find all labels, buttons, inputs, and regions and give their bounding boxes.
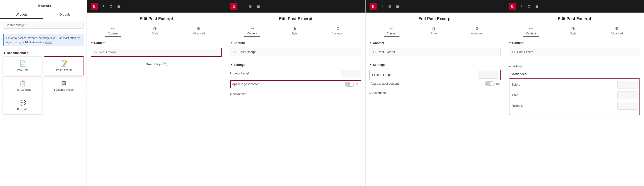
post-excerpt-box-3[interactable]: ✂ Post Excerpt [370,48,501,56]
panel4-content-section[interactable]: Content [509,41,640,45]
post-excerpt-label: Post Excerpt [56,68,72,71]
panel1-tab-content[interactable]: ✏ Content [105,25,121,37]
before-row-4: Before [511,81,637,88]
panel4-content: Edit Post Excerpt ✏ Content ◑ Style ⚙ Ad… [505,13,644,186]
toolbar-plus-icon-4[interactable]: + [520,4,523,9]
excerpt-length-input-2[interactable] [341,70,361,77]
advanced-tab-icon-1: ⚙ [197,26,200,31]
before-label-4: Before [511,83,617,86]
elementor-logo-4: E [509,3,516,10]
panel2-content-section[interactable]: Content [230,41,361,45]
widget-post-info[interactable]: 💬 Post Info [3,96,43,115]
need-help-label-1: Need Help [146,62,161,66]
post-excerpt-box-1[interactable]: ✂ Post Excerpt [91,48,222,57]
excerpt-length-row-3: Excerpt Length [370,70,501,80]
panel2-tab-style[interactable]: ◑ Style [288,25,300,37]
search-input[interactable] [3,22,84,29]
toolbar-layers-icon-1[interactable]: ◼ [117,4,120,9]
settings-section-2: Settings Excerpt Length Apply to post co… [230,60,361,88]
panel2-tab-advanced[interactable]: ⚙ Advanced [329,25,347,37]
advanced-highlighted-4: Before After Fallback [509,78,640,115]
advanced-section-4: Advanced Before After Fallback [509,70,640,115]
panel1-tabs: ✏ Content ◑ Style ⚙ Advanced [91,25,222,37]
toolbar-plus-icon-3[interactable]: + [381,4,383,9]
toolbar-plus-icon-2[interactable]: + [242,4,244,9]
apply-post-toggle-3[interactable] [485,81,495,86]
widget-featured-image[interactable]: 🖼 Featured Image [44,76,84,95]
tab-widgets[interactable]: Widgets [0,11,43,19]
widgets-grid: 📄 Post Title 📝 Post Excerpt 📋 Post Conte… [0,56,87,115]
panel1-content-section[interactable]: Content [91,41,222,45]
style-tab-label-1: Style [152,32,158,35]
editor-panels: E + ⚙ ◼ Edit Post Excerpt ✏ Content ◑ St… [87,0,644,186]
panel3-content: Edit Post Excerpt ✏ Content ◑ Style ⚙ Ad… [366,13,505,186]
fallback-row-4: Fallback [511,102,637,110]
advanced-tab-label-3: Advanced [471,32,484,35]
before-input-4[interactable] [617,81,637,88]
content-tab-icon-1: ✏ [111,26,114,31]
post-excerpt-box-2[interactable]: ✂ Post Excerpt [230,48,361,56]
excerpt-length-input-3[interactable] [478,71,498,79]
excerpt-length-row-2: Excerpt Length [230,70,361,77]
elements-search-wrapper [0,19,87,31]
post-excerpt-box-icon-4: ✂ [512,50,515,54]
toolbar-settings-icon-3[interactable]: ⚙ [388,4,391,9]
widget-post-title[interactable]: 📄 Post Title [3,56,43,75]
panel4-tab-advanced[interactable]: ⚙ Advanced [608,25,626,37]
toolbar-plus-icon-1[interactable]: + [102,4,105,9]
advanced-tab-icon-4: ⚙ [615,26,618,31]
panel2-tab-content[interactable]: ✏ Content [244,25,260,37]
toolbar-settings-icon-4[interactable]: ⚙ [527,4,531,9]
need-help-1[interactable]: Need Help ? [91,62,222,66]
advanced-tab-icon-3: ⚙ [475,26,479,31]
settings-collapsible-4[interactable]: Settings [509,63,640,70]
widget-post-content[interactable]: 📋 Post Content [3,76,43,95]
post-title-label: Post Title [17,68,28,71]
panel3-tab-advanced[interactable]: ⚙ Advanced [468,25,487,37]
panel1-tab-style[interactable]: ◑ Style [149,25,161,37]
elements-tabs: Widgets Globals [0,11,87,19]
panel4-tab-style[interactable]: ◑ Style [567,25,579,37]
settings-heading-2[interactable]: Settings [230,63,361,67]
panel3-tabs: ✏ Content ◑ Style ⚙ Advanced [370,25,501,37]
post-excerpt-box-label-1: Post Excerpt [99,51,116,54]
style-tab-icon-1: ◑ [153,26,157,31]
panel3-tab-content[interactable]: ✏ Content [384,25,399,37]
style-tab-label-3: Style [431,32,437,35]
editor-panel-4: E + ⚙ ◼ Edit Post Excerpt ✏ Content ◑ St… [505,0,644,186]
panel3-content-section[interactable]: Content [370,41,501,45]
panel2-title: Edit Post Excerpt [230,17,361,21]
post-excerpt-box-4[interactable]: ✂ Post Excerpt [509,48,640,56]
toolbar-settings-icon-2[interactable]: ⚙ [249,4,252,9]
toolbar-layers-icon-4[interactable]: ◼ [535,4,539,9]
panel1-content: Edit Post Excerpt ✏ Content ◑ Style ⚙ Ad… [87,13,226,186]
elements-panel: Elements Widgets Globals For easy access… [0,0,87,186]
apply-post-content-row-2: Apply to post content No [230,80,361,88]
advanced-collapsible-2[interactable]: Advanced [230,91,361,97]
excerpt-length-label-2: Excerpt Length [230,72,341,75]
content-tab-label-2: Content [247,32,257,35]
toolbar-layers-icon-2[interactable]: ◼ [257,4,260,9]
panel3-tab-style[interactable]: ◑ Style [428,25,440,37]
panel4-title: Edit Post Excerpt [509,17,640,21]
panel3-toolbar: E + ⚙ ◼ [366,0,505,13]
tip-link[interactable]: Got It [45,41,52,44]
content-tab-icon-2: ✏ [251,26,254,31]
panel1-tab-advanced[interactable]: ⚙ Advanced [189,25,208,37]
tab-globals[interactable]: Globals [43,11,87,19]
settings-heading-3[interactable]: Settings [370,63,501,67]
toolbar-settings-icon-1[interactable]: ⚙ [109,4,113,9]
apply-post-toggle-2[interactable] [345,82,354,87]
editor-panel-1: E + ⚙ ◼ Edit Post Excerpt ✏ Content ◑ St… [87,0,226,186]
after-input-4[interactable] [617,91,637,99]
after-label-4: After [511,94,617,97]
advanced-section-title-4[interactable]: Advanced [509,72,640,76]
panel2-content: Edit Post Excerpt ✏ Content ◑ Style ⚙ Ad… [226,13,365,186]
widget-post-excerpt[interactable]: 📝 Post Excerpt [44,56,84,75]
toolbar-layers-icon-3[interactable]: ◼ [396,4,399,9]
content-tab-label-1: Content [108,32,118,35]
fallback-input-4[interactable] [617,102,637,110]
advanced-collapsible-3[interactable]: Advanced [370,90,501,96]
content-tab-icon-4: ✏ [529,26,533,31]
panel4-tab-content[interactable]: ✏ Content [523,25,539,37]
